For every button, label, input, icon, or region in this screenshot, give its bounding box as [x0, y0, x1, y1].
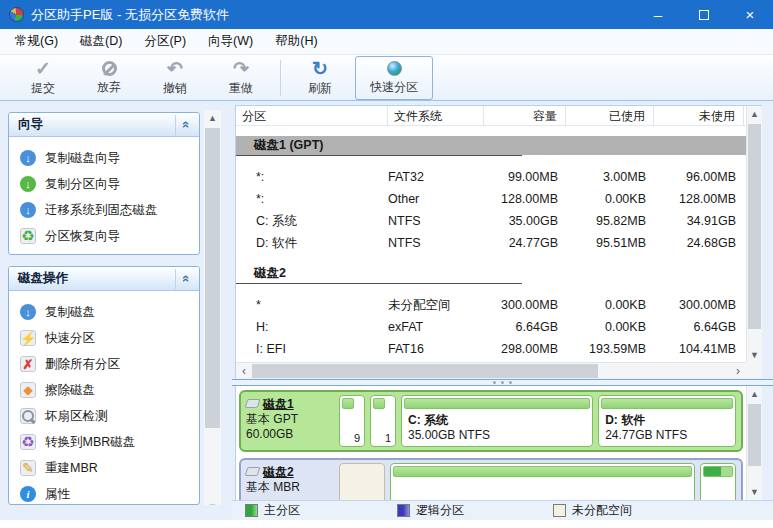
table-horizontal-scrollbar[interactable]: ‹ ›	[236, 362, 746, 378]
scroll-down-icon[interactable]: ▼	[747, 347, 762, 363]
minimize-button[interactable]: –	[635, 0, 681, 29]
sidebar-item-bad-sector-check[interactable]: 坏扇区检测	[9, 403, 199, 429]
scroll-down-icon[interactable]: ▼	[747, 484, 762, 500]
table-row[interactable]: I: EFIFAT16298.00MB193.59MB104.41MB	[236, 338, 746, 360]
legend-item-logical: 逻辑分区	[397, 502, 553, 519]
partition-block[interactable]	[700, 463, 736, 500]
partition-title: C: 系统	[408, 413, 448, 427]
commit-button[interactable]: ✓提交	[10, 57, 76, 99]
info-icon: i	[20, 486, 36, 502]
sidebar-item-copy-disk[interactable]: ↓复制磁盘	[9, 299, 199, 325]
menu-item-3[interactable]: 向导(W)	[197, 29, 264, 54]
partition-block[interactable]	[339, 463, 385, 500]
sidebar-item-label: 属性	[45, 486, 70, 503]
legend-label: 主分区	[264, 502, 300, 519]
table-row[interactable]: C: 系统NTFS35.00GB95.82MB34.91GB	[236, 210, 746, 232]
scroll-up-icon[interactable]: ▲	[747, 106, 762, 122]
discard-button[interactable]: 放弃	[76, 57, 142, 99]
sidebar-panel-0: 向导«↓复制磁盘向导↓复制分区向导↓迁移系统到固态磁盘♻分区恢复向导	[8, 112, 200, 255]
partition-block[interactable]: 1	[370, 395, 396, 447]
column-header-4[interactable]: 未使用	[654, 106, 744, 126]
table-cell: 0.00KB	[566, 192, 654, 206]
sidebar-item-rebuild-mbr[interactable]: ✎重建MBR	[9, 455, 199, 481]
table-row[interactable]: *:FAT3299.00MB3.00MB96.00MB	[236, 166, 746, 188]
sidebar-scrollbar[interactable]: ▲ ▼	[204, 110, 221, 515]
disk-vertical-scrollbar[interactable]: ▲ ▼	[746, 386, 762, 500]
partition-block[interactable]	[390, 463, 695, 500]
menu-item-2[interactable]: 分区(P)	[133, 29, 197, 54]
table-row[interactable]: D: 软件NTFS24.77GB95.51MB24.68GB	[236, 232, 746, 254]
legend-item-primary: 主分区	[245, 502, 397, 519]
partition-info: 24.77GB NTFS	[605, 428, 687, 443]
quick-partition-frame: 快速分区	[355, 56, 433, 100]
table-scrollbar-thumb[interactable]	[748, 124, 761, 329]
redo-button[interactable]: ↷重做	[208, 57, 274, 99]
partition-usage-bar	[703, 466, 733, 477]
table-cell: 0.00KB	[566, 298, 654, 312]
disk-icon	[245, 399, 261, 408]
collapse-chevron-icon[interactable]: «	[175, 115, 197, 135]
menu-item-1[interactable]: 磁盘(D)	[69, 29, 133, 54]
menu-item-4[interactable]: 帮助(H)	[264, 29, 328, 54]
sidebar-item-wipe-disk[interactable]: ◆擦除磁盘	[9, 377, 199, 403]
disk-icon	[245, 467, 261, 476]
toolbar-button-label: 快速分区	[370, 79, 418, 96]
table-cell: FAT32	[388, 170, 484, 184]
partition-block[interactable]: C: 系统35.00GB NTFS	[401, 395, 593, 447]
table-cell: 128.00MB	[484, 192, 566, 206]
sidebar-item-quick-partition-side[interactable]: ⚡快速分区	[9, 325, 199, 351]
table-cell: 6.64GB	[484, 320, 566, 334]
sidebar-item-convert-to-mbr-disk[interactable]: ♻转换到MBR磁盘	[9, 429, 199, 455]
table-cell: 95.51MB	[566, 236, 654, 250]
partition-block[interactable]: D: 软件24.77GB NTFS	[598, 395, 736, 447]
refresh-button[interactable]: ↻刷新	[287, 57, 353, 99]
disk-panel-1[interactable]: 磁盘1基本 GPT60.00GB91C: 系统35.00GB NTFSD: 软件…	[239, 390, 743, 452]
table-row[interactable]: *:Other128.00MB0.00KB128.00MB	[236, 188, 746, 210]
column-header-0[interactable]: 分区	[236, 106, 388, 126]
sidebar-panel-title: 磁盘操作	[18, 270, 68, 287]
scroll-up-icon[interactable]: ▲	[204, 110, 221, 126]
close-button[interactable]: ×	[727, 0, 773, 29]
sidebar-scrollbar-thumb[interactable]	[205, 128, 220, 428]
sidebar-item-label: 复制磁盘	[45, 304, 95, 321]
sidebar-item-copy-disk-wizard[interactable]: ↓复制磁盘向导	[9, 145, 199, 171]
undo-button[interactable]: ↶撤销	[142, 57, 208, 99]
table-row[interactable]: H:exFAT6.64GB0.00KB6.64GB	[236, 316, 746, 338]
magnifier-icon	[20, 408, 36, 424]
table-cell: NTFS	[388, 214, 484, 228]
column-header-2[interactable]: 容量	[484, 106, 566, 126]
undo-arrow-icon: ↶	[167, 59, 183, 79]
sidebar-item-delete-all-partitions[interactable]: ✗删除所有分区	[9, 351, 199, 377]
scrollbar-corner	[746, 362, 762, 378]
scroll-up-icon[interactable]: ▲	[747, 386, 762, 402]
disk-scrollbar-thumb[interactable]	[748, 404, 761, 466]
toolbar-button-label: 撤销	[163, 80, 187, 97]
table-header: 分区文件系统容量已使用未使用	[236, 106, 746, 126]
disk-group-header-0[interactable]: 磁盘1 (GPT)	[236, 136, 746, 155]
collapse-chevron-icon[interactable]: «	[175, 269, 197, 289]
table-cell: 300.00MB	[654, 298, 744, 312]
sidebar-item-properties[interactable]: i属性	[9, 481, 199, 505]
table-row[interactable]: *未分配空间300.00MB0.00KB300.00MB	[236, 294, 746, 316]
sidebar-item-migrate-os-to-ssd[interactable]: ↓迁移系统到固态磁盘	[9, 197, 199, 223]
disk-group-header-1[interactable]: 磁盘2	[236, 264, 746, 283]
scroll-right-icon[interactable]: ›	[730, 363, 746, 379]
splitter-handle[interactable]	[232, 379, 773, 386]
table-cell: H:	[236, 320, 388, 334]
sidebar-item-copy-partition-wizard[interactable]: ↓复制分区向导	[9, 171, 199, 197]
table-vertical-scrollbar[interactable]: ▲ ▼	[746, 106, 762, 363]
column-header-1[interactable]: 文件系统	[388, 106, 484, 126]
sidebar-item-partition-recovery-wizard[interactable]: ♻分区恢复向导	[9, 223, 199, 249]
partition-table: 分区文件系统容量已使用未使用 磁盘1 (GPT)*:FAT3299.00MB3.…	[235, 105, 762, 378]
scroll-left-icon[interactable]: ‹	[236, 363, 252, 379]
maximize-button[interactable]	[681, 0, 727, 29]
partition-block[interactable]: 9	[339, 395, 365, 447]
disk-panel-2[interactable]: 磁盘2基本 MBR	[239, 458, 743, 500]
legend-label: 未分配空间	[572, 502, 632, 519]
table-hscrollbar-thumb[interactable]	[252, 364, 598, 378]
table-body: 磁盘1 (GPT)*:FAT3299.00MB3.00MB96.00MB*:Ot…	[236, 136, 746, 360]
column-header-3[interactable]: 已使用	[566, 106, 654, 126]
quick-partition-button[interactable]: 快速分区	[356, 57, 432, 99]
menu-item-0[interactable]: 常规(G)	[4, 29, 69, 54]
table-cell: 6.64GB	[654, 320, 744, 334]
